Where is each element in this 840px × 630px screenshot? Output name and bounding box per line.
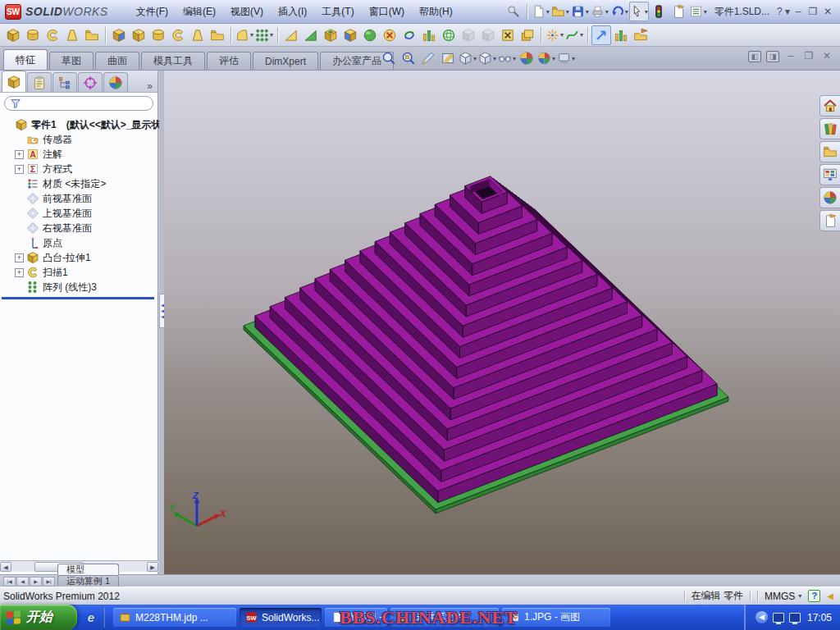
display-tray-icon[interactable] [789, 613, 801, 623]
tree-item-top-plane[interactable]: 上视基准面 [2, 206, 158, 221]
published-folder-button[interactable] [631, 25, 651, 45]
swept-boss-button[interactable] [43, 25, 62, 45]
panel-tab-configurationmanager[interactable] [52, 72, 77, 92]
lofted-cut-button[interactable] [188, 25, 208, 45]
hole-wizard-button[interactable] [129, 25, 148, 45]
save-button[interactable]: ▾ [570, 2, 590, 21]
boundary-cut-button[interactable] [208, 25, 227, 45]
split-pane-right-button[interactable]: ◨ [766, 51, 779, 62]
panel-tab-dimxpertmanager[interactable] [78, 72, 103, 92]
instant3d-button[interactable] [591, 25, 611, 45]
taskbar-button-paint[interactable]: 1.JPG - 画图 [502, 608, 610, 627]
tree-item-sensors[interactable]: 传感器 [2, 132, 158, 147]
task-pane-tab-custom-properties[interactable] [819, 210, 840, 231]
model-stepped-pyramid[interactable]: XYZ [164, 71, 840, 574]
linear-pattern-button[interactable]: ▾ [254, 25, 274, 45]
taskbar-button-untitled[interactable]: 无标题 - ... [325, 608, 387, 627]
revolved-cut-button[interactable] [148, 25, 168, 45]
task-pane-tab-design-library[interactable] [819, 118, 840, 139]
panel-tab-displaymanager[interactable] [103, 72, 128, 92]
design-insight-button[interactable] [611, 25, 631, 45]
menu-tools[interactable]: 工具(T) [315, 2, 360, 21]
new-file-button[interactable]: ▾ [531, 2, 550, 21]
tab-surfaces[interactable]: 曲面 [95, 52, 139, 70]
section-view-button[interactable] [438, 48, 458, 68]
tree-item-part-root[interactable]: 零件1 (默认<<默认>_显示状态 [2, 117, 158, 132]
tab-features[interactable]: 特征 [3, 49, 48, 70]
wrap-button[interactable] [340, 25, 360, 45]
undo-button[interactable]: ▾ [609, 2, 629, 21]
units-selector[interactable]: MMGS▾ [765, 591, 801, 602]
lofted-boss-button[interactable] [62, 25, 82, 45]
tab-scroll-prev-button[interactable]: ◀ [16, 577, 29, 587]
close-button[interactable]: ✕ [820, 6, 835, 17]
tab-evaluate[interactable]: 评估 [207, 52, 251, 70]
design-study-button[interactable] [419, 25, 439, 45]
panel-tabs-overflow[interactable]: » [147, 80, 153, 92]
mirror-button[interactable] [380, 25, 399, 45]
network-tray-icon[interactable] [773, 613, 784, 623]
task-pane-tab-file-explorer[interactable] [819, 141, 840, 162]
minimize-button[interactable]: – [791, 6, 806, 17]
zoom-area-button[interactable] [399, 48, 418, 68]
tree-item-front-plane[interactable]: 前视基准面 [2, 191, 158, 206]
tray-collapse-icon[interactable]: ◀ [756, 611, 768, 623]
split-pane-left-button[interactable]: ◧ [748, 51, 761, 62]
split-button[interactable] [518, 25, 537, 45]
view-orientation-button[interactable]: ▾ [458, 48, 477, 68]
menu-window[interactable]: 窗口(W) [363, 2, 411, 21]
menu-insert[interactable]: 插入(I) [272, 2, 313, 21]
swept-cut-button[interactable] [168, 25, 188, 45]
extruded-boss-button[interactable] [3, 25, 23, 45]
taskbar-button-solidworks[interactable]: SWSolidWorks... [240, 608, 322, 627]
tree-item-equations[interactable]: +Σ方程式 [2, 162, 158, 176]
revolved-boss-button[interactable] [23, 25, 43, 45]
delete-body-button[interactable] [498, 25, 518, 45]
internet-explorer-icon[interactable]: e [84, 610, 98, 625]
move-copy-button[interactable] [399, 25, 419, 45]
scroll-left-button[interactable]: ◀ [0, 562, 11, 572]
curves-button[interactable]: ▾ [564, 25, 584, 45]
pin-icon[interactable] [504, 2, 523, 21]
doc-minimize-button[interactable]: – [784, 51, 797, 62]
rib-button[interactable] [281, 25, 301, 45]
reference-geometry-button[interactable]: ▾ [545, 25, 564, 45]
zoom-fit-button[interactable] [379, 48, 399, 68]
rebuild-button[interactable] [649, 2, 669, 21]
tab-scroll-last-button[interactable]: ▶| [43, 577, 55, 587]
rollback-bar[interactable] [2, 297, 154, 299]
draft-button[interactable] [301, 25, 321, 45]
tree-item-origin[interactable]: 原点 [2, 235, 158, 250]
screen-capture-button[interactable]: ▾ [556, 48, 576, 68]
tab-scroll-next-button[interactable]: ▶ [30, 577, 42, 587]
file-properties-button[interactable] [669, 2, 688, 21]
menu-view[interactable]: 视图(V) [224, 2, 270, 21]
doc-close-button[interactable]: ✕ [820, 51, 833, 62]
panel-tab-featuremanager[interactable] [2, 71, 26, 92]
help-menu-button[interactable]: ? ▾ [776, 6, 791, 17]
tree-filter-input[interactable] [25, 98, 131, 108]
select-tool-button[interactable]: ▾ [629, 2, 649, 21]
apply-scene-button[interactable] [517, 48, 536, 68]
taskbar-button-m228thm[interactable]: M228THM.jdp ... [113, 608, 236, 627]
tree-item-sweep1[interactable]: +扫描1 [2, 265, 158, 280]
boundary-boss-button[interactable] [82, 25, 102, 45]
tree-filter-box[interactable] [4, 96, 153, 111]
restore-button[interactable]: ❐ [806, 6, 820, 17]
view-settings-button[interactable]: ▾ [536, 48, 556, 68]
3d-drawing-view-button[interactable] [418, 48, 438, 68]
intersect-button[interactable] [478, 25, 498, 45]
options-button[interactable]: ▾ [688, 2, 708, 21]
task-pane-tab-task-pane-home[interactable] [819, 95, 840, 116]
tab-dimxpert[interactable]: DimXpert [253, 52, 318, 70]
menu-edit[interactable]: 编辑(E) [176, 2, 222, 21]
combine-button[interactable] [459, 25, 478, 45]
open-file-button[interactable]: ▾ [550, 2, 570, 21]
fillet-button[interactable]: ▾ [235, 25, 254, 45]
tree-item-right-plane[interactable]: 右视基准面 [2, 221, 158, 235]
task-pane-collapse-icon[interactable]: ◀ [827, 591, 833, 600]
tree-item-linear-pattern3[interactable]: 阵列 (线性)3 [2, 280, 158, 294]
doc-restore-button[interactable]: ❐ [802, 51, 815, 62]
menu-file[interactable]: 文件(F) [130, 2, 175, 21]
shell-button[interactable] [321, 25, 340, 45]
